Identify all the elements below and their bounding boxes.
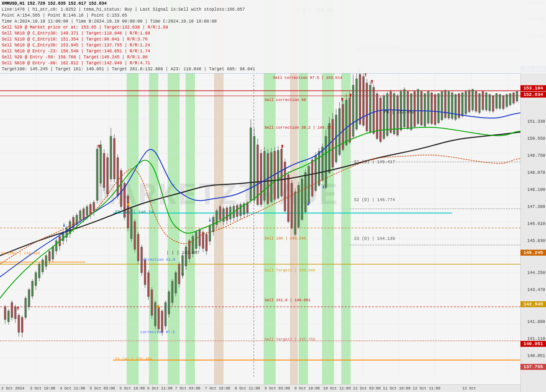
price-143470: 143.470	[527, 288, 545, 292]
price-140330: 140.051	[527, 354, 545, 358]
time-oct7-19: 7 Oct 19:00	[205, 386, 230, 391]
time-oct2: 2 Oct 2024	[1, 386, 24, 391]
sell-corr-382-label: Sell correction 38.2 | 149.371	[264, 126, 334, 130]
price-150550: 150.550	[527, 136, 545, 141]
candles	[4, 66, 518, 337]
ticker: XMRUSD,H1 152.729 152.835 152.617 152.83…	[2, 1, 107, 6]
sell6: Sell %20 @ Entry -50: 158.768 | Target:1…	[2, 55, 148, 60]
points-line: Point A:154.565 | Point B:146.16 | Point…	[2, 13, 544, 19]
sell5: Sell %610 @ Entry -23: 156.549 | Target:…	[2, 49, 150, 54]
ticker-line: XMRUSD,H1 152.729 152.835 152.617 152.83…	[2, 1, 544, 7]
svg-point-351	[157, 306, 159, 308]
price-147390: 147.390	[527, 205, 545, 209]
price-box-153104: 153.104	[520, 85, 546, 91]
targets-line: Target100: 145.245 | Target 161: 140.051…	[2, 66, 544, 72]
pb-label: PB | 152.052	[384, 110, 415, 115]
sell-corr-875-label: Sell correction 87.5 | 153.514	[273, 76, 342, 80]
chart-container: XMRUSD,H1 152.729 152.835 152.617 152.83…	[0, 0, 546, 392]
corr-875-bottom-label: correction 87.5	[140, 330, 175, 334]
down-arrows	[17, 69, 373, 311]
price-144250: 144.250	[527, 271, 545, 275]
corr-618-label: correction 61.8	[141, 258, 175, 262]
time-axis: 2 Oct 2024 3 Oct 19:00 4 Oct 11:00 5 Oct…	[0, 384, 520, 392]
sell-line5: Sell %610 @ Entry -23: 156.549 | Target:…	[2, 49, 544, 55]
svg-marker-345	[341, 98, 343, 102]
time-oct5-03: 5 Oct 03:00	[90, 386, 115, 391]
time-oct6-11: 6 Oct 11:00	[147, 386, 172, 391]
sell3: Sell %110 @ C_Entry10: 151.354 | Target:…	[2, 37, 148, 42]
sell-line2: Sell %610 @ C_Entry38: 149.371 | Target:…	[2, 31, 544, 37]
s1-mn-label: S1 (MN) | 143.068	[1, 251, 40, 256]
svg-marker-338	[63, 222, 65, 227]
price-box-145245: 145.245	[520, 250, 546, 256]
targets: Target100: 145.245 | Target 161: 140.051…	[2, 67, 255, 72]
signal-info: Line:1476 | h1_atr_c0: 1.0252 | tema_h1_…	[2, 7, 245, 12]
s2-d-label: S2 (D) | 146.774	[354, 198, 395, 202]
price-149750: 149.750	[527, 153, 545, 158]
time-oct12-11: 12 Oct 11:00	[413, 386, 441, 391]
svg-marker-342	[17, 307, 19, 311]
s3-d-label: S3 (D) | 144.139	[354, 236, 395, 241]
time-line: Time A:2024.10.10 11:00:00 | Time B:2024…	[2, 19, 544, 25]
time-oct5-19: 5 Oct 19:00	[119, 386, 145, 391]
svg-marker-349	[371, 80, 373, 85]
time-oct7-03: 7 Oct 03:00	[175, 386, 200, 391]
s1-d-label: S1 (D) | 149.417	[354, 160, 395, 164]
pp-w-label: PP (w) | 146.14	[115, 210, 154, 215]
sell-line1: Sell %20 @ Market price or at: 153.65 | …	[2, 25, 544, 31]
sell-line4: Sell %610 @ C_Entry38: 153.945 | Target:…	[2, 43, 544, 49]
price-148970: 148.970	[527, 170, 545, 175]
corr-143987-label: | | | 143.987	[166, 251, 200, 255]
svg-point-350	[127, 203, 129, 206]
svg-marker-340	[322, 184, 324, 188]
price-146610: 146.610	[527, 222, 545, 226]
time-oct9-03: 9 Oct 03:00	[264, 386, 290, 391]
sell-line6: Sell %20 @ Entry -50: 158.768 | Target:1…	[2, 55, 544, 61]
svg-marker-344	[282, 145, 283, 149]
price-box-140051: 140.051	[520, 341, 546, 347]
sell-target1-label: Sell Target1 | 142.949	[264, 268, 315, 273]
time-oct8-11: 8 Oct 11:00	[235, 386, 260, 391]
sell-line3: Sell %110 @ C_Entry10: 151.354 | Target:…	[2, 37, 544, 43]
sell1: Sell %20 @ Market price or at: 153.65 | …	[2, 25, 168, 30]
top-info-bar: XMRUSD,H1 152.729 152.835 152.617 152.83…	[0, 0, 546, 73]
sell1618-label: Sell 161.8 | 140.051	[264, 298, 311, 303]
time-oct11-19: 11 Oct 19:00	[383, 386, 411, 391]
sell-corr-50-label: Sell correction 50	[264, 98, 306, 102]
points-info: Point A:154.565 | Point B:146.16 | Point…	[2, 13, 127, 18]
sell2: Sell %610 @ C_Entry38: 149.371 | Target:…	[2, 31, 150, 36]
price-148190: 148.190	[527, 187, 545, 192]
svg-marker-343	[98, 145, 100, 149]
price-141890: 141.890	[527, 320, 545, 324]
time-oct10-11: 10 Oct 11:00	[323, 386, 351, 391]
price-box-137755: 137.755	[520, 364, 546, 370]
sell4: Sell %610 @ C_Entry38: 153.945 | Target:…	[2, 43, 150, 48]
price-box-current: 152.834	[520, 92, 546, 98]
signal-line: Line:1476 | h1_atr_c0: 1.0252 | tema_h1_…	[2, 7, 544, 13]
time-oct12: 12 Oct	[462, 386, 476, 391]
sell-line7: Sell %610 @ Entry -88: 162.012 | Target:…	[2, 61, 544, 66]
sell-target2-label: Sell Target2 | 137.755	[264, 337, 315, 342]
time-info: Time A:2024.10.10 11:00:00 | Time B:2024…	[2, 19, 217, 24]
sell7: Sell %610 @ Entry -88: 162.012 | Target:…	[2, 61, 150, 66]
sell100-label: Sell 100 | 145.245	[264, 236, 306, 241]
time-oct4-11: 4 Oct 11:00	[60, 386, 85, 391]
price-box-142949: 142.949	[520, 301, 546, 307]
time-oct3-19: 3 Oct 19:00	[30, 386, 55, 391]
time-oct11-03: 11 Oct 03:00	[353, 386, 381, 391]
time-oct9-19: 9 Oct 19:00	[294, 386, 319, 391]
v-marker: V	[181, 273, 184, 278]
svg-marker-339	[209, 217, 211, 222]
s1-w-label: S1 (w) | 136.494	[115, 357, 152, 361]
price-151330: 151.330	[527, 119, 545, 124]
price-145830: 145.830	[527, 239, 545, 243]
